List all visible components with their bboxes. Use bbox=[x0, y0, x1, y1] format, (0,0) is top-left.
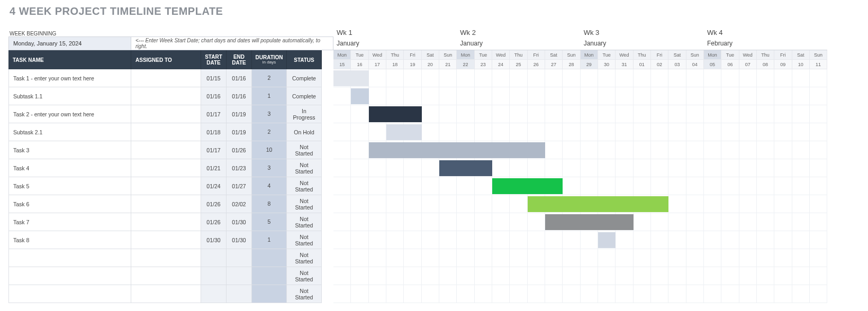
assigned-cell[interactable] bbox=[131, 177, 201, 195]
start-date-cell[interactable]: 01/16 bbox=[201, 87, 227, 105]
assigned-cell[interactable] bbox=[131, 195, 201, 213]
gantt-row bbox=[333, 105, 868, 123]
start-date-cell[interactable] bbox=[201, 267, 227, 285]
status-cell[interactable]: Not Started bbox=[287, 267, 322, 285]
status-cell[interactable]: Not Started bbox=[287, 213, 322, 231]
gantt-bar[interactable] bbox=[369, 106, 422, 122]
start-date-cell[interactable]: 01/24 bbox=[201, 177, 227, 195]
dow-cell: Tue bbox=[351, 50, 368, 60]
gantt-bar[interactable] bbox=[545, 214, 634, 230]
gantt-bar[interactable] bbox=[369, 142, 545, 158]
assigned-cell[interactable] bbox=[131, 249, 201, 267]
task-name-cell[interactable]: Task 7 bbox=[8, 213, 131, 231]
assigned-cell[interactable] bbox=[131, 123, 201, 141]
gantt-bar[interactable] bbox=[333, 70, 369, 86]
task-name-cell[interactable]: Task 1 - enter your own text here bbox=[8, 69, 131, 87]
status-cell[interactable]: Not Started bbox=[287, 159, 322, 177]
week-beginning-input[interactable]: Monday, January 15, 2024 bbox=[8, 36, 131, 50]
assigned-cell[interactable] bbox=[131, 159, 201, 177]
assigned-cell[interactable] bbox=[131, 87, 201, 105]
end-date-cell[interactable]: 01/30 bbox=[227, 213, 252, 231]
duration-cell[interactable]: 1 bbox=[252, 87, 287, 105]
duration-cell[interactable]: 3 bbox=[252, 159, 287, 177]
status-cell[interactable]: In Progress bbox=[287, 105, 322, 123]
end-date-cell[interactable] bbox=[227, 285, 252, 303]
task-name-cell[interactable] bbox=[8, 285, 131, 303]
duration-cell[interactable]: 2 bbox=[252, 69, 287, 87]
start-date-cell[interactable]: 01/18 bbox=[201, 123, 227, 141]
end-date-cell[interactable]: 01/27 bbox=[227, 177, 252, 195]
gantt-bar[interactable] bbox=[439, 160, 492, 176]
assigned-cell[interactable] bbox=[131, 141, 201, 159]
start-date-cell[interactable] bbox=[201, 249, 227, 267]
task-name-cell[interactable] bbox=[8, 249, 131, 267]
end-date-cell[interactable]: 01/23 bbox=[227, 159, 252, 177]
dow-cell: Tue bbox=[475, 50, 492, 60]
task-name-cell[interactable]: Task 5 bbox=[8, 177, 131, 195]
assigned-cell[interactable] bbox=[131, 267, 201, 285]
start-date-cell[interactable] bbox=[201, 285, 227, 303]
duration-cell[interactable]: 10 bbox=[252, 141, 287, 159]
start-date-cell[interactable]: 01/15 bbox=[201, 69, 227, 87]
gantt-bar[interactable] bbox=[528, 196, 669, 212]
date-cell: 07 bbox=[739, 60, 757, 69]
end-date-cell[interactable]: 01/16 bbox=[227, 87, 252, 105]
col-assigned-to: ASSIGNED TO bbox=[131, 50, 201, 69]
status-cell[interactable]: Not Started bbox=[287, 141, 322, 159]
duration-cell[interactable]: 4 bbox=[252, 177, 287, 195]
assigned-cell[interactable] bbox=[131, 231, 201, 249]
duration-cell[interactable]: 3 bbox=[252, 105, 287, 123]
assigned-cell[interactable] bbox=[131, 213, 201, 231]
start-date-cell[interactable]: 01/26 bbox=[201, 213, 227, 231]
gantt-bar[interactable] bbox=[598, 232, 616, 248]
col-end-date: END DATE bbox=[227, 50, 252, 69]
duration-cell[interactable] bbox=[252, 249, 287, 267]
end-date-cell[interactable]: 01/19 bbox=[227, 123, 252, 141]
left-pane: WEEK BEGINNING Monday, January 15, 2024 … bbox=[8, 25, 333, 303]
assigned-cell[interactable] bbox=[131, 105, 201, 123]
task-name-cell[interactable]: Subtask 1.1 bbox=[8, 87, 131, 105]
end-date-cell[interactable]: 02/02 bbox=[227, 195, 252, 213]
duration-cell[interactable]: 8 bbox=[252, 195, 287, 213]
end-date-cell[interactable]: 01/30 bbox=[227, 231, 252, 249]
end-date-cell[interactable] bbox=[227, 267, 252, 285]
duration-cell[interactable]: 2 bbox=[252, 123, 287, 141]
week-label: Wk 4 bbox=[704, 25, 827, 36]
gantt-bar[interactable] bbox=[351, 88, 368, 104]
status-cell[interactable]: Not Started bbox=[287, 177, 322, 195]
status-cell[interactable]: On Hold bbox=[287, 123, 322, 141]
task-name-cell[interactable]: Task 3 bbox=[8, 141, 131, 159]
assigned-cell[interactable] bbox=[131, 69, 201, 87]
start-date-cell[interactable]: 01/21 bbox=[201, 159, 227, 177]
status-cell[interactable]: Not Started bbox=[287, 285, 322, 303]
date-cell: 18 bbox=[386, 60, 404, 69]
status-cell[interactable]: Not Started bbox=[287, 195, 322, 213]
task-name-cell[interactable] bbox=[8, 267, 131, 285]
status-cell[interactable]: Not Started bbox=[287, 249, 322, 267]
start-date-cell[interactable]: 01/17 bbox=[201, 105, 227, 123]
gantt-bar[interactable] bbox=[386, 124, 422, 140]
end-date-cell[interactable] bbox=[227, 249, 252, 267]
duration-cell[interactable]: 1 bbox=[252, 231, 287, 249]
task-name-cell[interactable]: Task 8 bbox=[8, 231, 131, 249]
date-cell: 15 bbox=[333, 60, 351, 69]
status-cell[interactable]: Complete bbox=[287, 87, 322, 105]
task-name-cell[interactable]: Task 6 bbox=[8, 195, 131, 213]
task-name-cell[interactable]: Task 2 - enter your own text here bbox=[8, 105, 131, 123]
start-date-cell[interactable]: 01/26 bbox=[201, 195, 227, 213]
end-date-cell[interactable]: 01/16 bbox=[227, 69, 252, 87]
task-name-cell[interactable]: Subtask 2.1 bbox=[8, 123, 131, 141]
date-cell: 31 bbox=[616, 60, 633, 69]
duration-cell[interactable] bbox=[252, 267, 287, 285]
start-date-cell[interactable]: 01/17 bbox=[201, 141, 227, 159]
task-name-cell[interactable]: Task 4 bbox=[8, 159, 131, 177]
gantt-bar[interactable] bbox=[492, 178, 563, 194]
start-date-cell[interactable]: 01/30 bbox=[201, 231, 227, 249]
assigned-cell[interactable] bbox=[131, 285, 201, 303]
status-cell[interactable]: Not Started bbox=[287, 231, 322, 249]
duration-cell[interactable]: 5 bbox=[252, 213, 287, 231]
end-date-cell[interactable]: 01/19 bbox=[227, 105, 252, 123]
end-date-cell[interactable]: 01/26 bbox=[227, 141, 252, 159]
status-cell[interactable]: Complete bbox=[287, 69, 322, 87]
duration-cell[interactable] bbox=[252, 285, 287, 303]
